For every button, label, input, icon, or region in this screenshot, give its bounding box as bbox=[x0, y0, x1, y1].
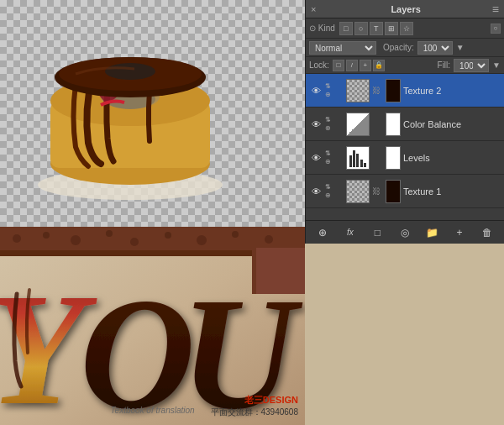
filter-bar: ⊙ Kind □ ○ T ⊞ ☆ ○ bbox=[306, 18, 504, 39]
layer-link-icon: ⊕ bbox=[325, 91, 344, 98]
filter-type-btn[interactable]: T bbox=[370, 22, 383, 35]
panel-title: Layers bbox=[391, 4, 420, 14]
panel-header: × Layers ≡ bbox=[306, 0, 504, 18]
cake-section bbox=[0, 0, 305, 227]
cake-image bbox=[25, 8, 235, 210]
layer-adjust-icon: ⇅ bbox=[325, 116, 344, 123]
layer-eye-texture2[interactable]: 👁 bbox=[309, 84, 323, 97]
layer-thumb-texture1 bbox=[346, 180, 370, 203]
layer-name-texture2: Texture 2 bbox=[403, 86, 501, 96]
panel-menu-icon[interactable]: ≡ bbox=[492, 3, 499, 16]
svg-text:O: O bbox=[80, 265, 195, 425]
layer-item-colorbalance[interactable]: 👁 ⇅ ⊗ Color Balance bbox=[306, 108, 504, 141]
layer-eye-texture1[interactable]: 👁 bbox=[309, 185, 323, 198]
lock-row: Lock: □ / + 🔒 Fill: 100% 75% ▼ bbox=[306, 57, 504, 74]
layer-levels-icon: ⇅ bbox=[325, 150, 344, 157]
layer-controls-colorbalance: ⇅ ⊗ bbox=[325, 116, 344, 132]
watermark-qq: 平面交流群：43940608 bbox=[211, 407, 299, 418]
layer-controls-texture2: ⇅ ⊕ bbox=[325, 82, 344, 98]
svg-point-16 bbox=[130, 238, 139, 246]
layers-panel: × Layers ≡ ⊙ Kind □ ○ T ⊞ ☆ ○ Normal Dis… bbox=[305, 0, 504, 244]
chain-icon-texture1: ⛓ bbox=[372, 186, 382, 196]
fill-label: Fill: bbox=[438, 60, 451, 70]
layer-move-icon: ⇅ bbox=[325, 82, 344, 90]
filter-smart-btn[interactable]: ☆ bbox=[400, 22, 413, 35]
footer-fx-btn[interactable]: fx bbox=[341, 223, 360, 242]
svg-point-15 bbox=[106, 230, 113, 237]
levels-bar-1 bbox=[349, 155, 352, 166]
footer-group-btn[interactable]: 📁 bbox=[423, 223, 442, 242]
filter-pixel-btn[interactable]: □ bbox=[339, 22, 353, 35]
canvas-area: Y O U Textbook of translation 老三DESIGN 平… bbox=[0, 0, 305, 425]
filter-label: ⊙ Kind bbox=[309, 24, 335, 33]
layer-name-colorbalance: Color Balance bbox=[403, 119, 501, 129]
layer-mask-texture2 bbox=[386, 79, 401, 102]
layer-mask-texture1 bbox=[386, 180, 401, 203]
lock-transparent-btn[interactable]: □ bbox=[333, 60, 344, 71]
layer-eye-colorbalance[interactable]: 👁 bbox=[309, 118, 323, 131]
layer-name-levels: Levels bbox=[403, 153, 501, 163]
filter-shape-btn[interactable]: ⊞ bbox=[385, 22, 398, 35]
watermark: 老三DESIGN 平面交流群：43940608 bbox=[211, 394, 299, 418]
layer-link-icon2: ⊗ bbox=[325, 124, 344, 132]
layer-levels-link: ⊕ bbox=[325, 158, 344, 165]
layer-controls-levels: ⇅ ⊕ bbox=[325, 150, 344, 165]
filter-adjust-btn[interactable]: ○ bbox=[354, 22, 368, 35]
lock-image-btn[interactable]: / bbox=[346, 60, 358, 71]
svg-point-18 bbox=[197, 235, 207, 245]
caption-text: Textbook of translation bbox=[110, 406, 194, 415]
lock-position-btn[interactable]: + bbox=[360, 60, 371, 71]
svg-point-19 bbox=[232, 231, 239, 238]
panel-footer: ⊕ fx □ ◎ 📁 + 🗑 bbox=[306, 220, 504, 244]
layer-item-levels[interactable]: 👁 ⇅ ⊕ Levels bbox=[306, 141, 504, 175]
layer-texture1-link: ⊕ bbox=[325, 192, 344, 199]
lock-all-btn[interactable]: 🔒 bbox=[373, 60, 385, 71]
chain-icon-texture2: ⛓ bbox=[372, 86, 382, 95]
opacity-arrow: ▼ bbox=[456, 43, 465, 52]
levels-bar-3 bbox=[356, 154, 359, 166]
svg-point-20 bbox=[265, 235, 273, 244]
opacity-label: Opacity: bbox=[383, 43, 414, 52]
layer-item-texture1[interactable]: 👁 ⇅ ⊕ ⛓ Texture 1 bbox=[306, 175, 504, 208]
filter-toggle[interactable]: ○ bbox=[491, 24, 501, 34]
footer-new-btn[interactable]: + bbox=[450, 223, 469, 242]
blend-row: Normal Dissolve Multiply Opacity: 100% 7… bbox=[306, 39, 504, 57]
fill-arrow: ▼ bbox=[492, 60, 501, 70]
svg-point-13 bbox=[43, 232, 50, 239]
footer-delete-btn[interactable]: 🗑 bbox=[478, 223, 496, 242]
layer-controls-texture1: ⇅ ⊕ bbox=[325, 183, 344, 199]
footer-mask-btn[interactable]: □ bbox=[368, 223, 386, 242]
lock-label: Lock: bbox=[309, 60, 329, 70]
opacity-select[interactable]: 100% 75% 50% bbox=[417, 41, 453, 55]
layer-item-texture2[interactable]: 👁 ⇅ ⊕ ⛓ Texture 2 bbox=[306, 74, 504, 108]
you-section: Y O U Textbook of translation 老三DESIGN 平… bbox=[0, 227, 305, 425]
levels-bar-4 bbox=[360, 160, 363, 167]
svg-point-14 bbox=[71, 235, 81, 245]
panel-close-button[interactable]: × bbox=[311, 4, 316, 14]
watermark-brand: 老三DESIGN bbox=[211, 394, 299, 407]
svg-point-12 bbox=[13, 234, 21, 243]
fill-select[interactable]: 100% 75% bbox=[454, 59, 489, 72]
layer-thumb-levels bbox=[346, 146, 370, 170]
footer-adjust-btn[interactable]: ◎ bbox=[396, 223, 414, 242]
levels-bar-2 bbox=[353, 150, 355, 167]
lock-icons: □ / + 🔒 bbox=[333, 60, 385, 71]
layer-thumb-colorbalance bbox=[346, 113, 370, 136]
svg-point-17 bbox=[165, 232, 171, 239]
levels-bar-5 bbox=[364, 163, 366, 166]
layer-eye-levels[interactable]: 👁 bbox=[309, 151, 323, 165]
blend-mode-select[interactable]: Normal Dissolve Multiply bbox=[309, 41, 376, 55]
layer-texture1-icon: ⇅ bbox=[325, 183, 344, 191]
layer-name-texture1: Texture 1 bbox=[403, 186, 501, 197]
layer-thumb-texture2 bbox=[346, 79, 370, 102]
svg-point-8 bbox=[105, 63, 155, 80]
filter-icons: □ ○ T ⊞ ☆ bbox=[339, 22, 413, 35]
layer-mask-levels bbox=[386, 146, 401, 170]
footer-link-btn[interactable]: ⊕ bbox=[313, 223, 332, 242]
layers-list: 👁 ⇅ ⊕ ⛓ Texture 2 👁 ⇅ ⊗ bbox=[306, 74, 504, 220]
layer-mask-colorbalance bbox=[386, 113, 401, 136]
